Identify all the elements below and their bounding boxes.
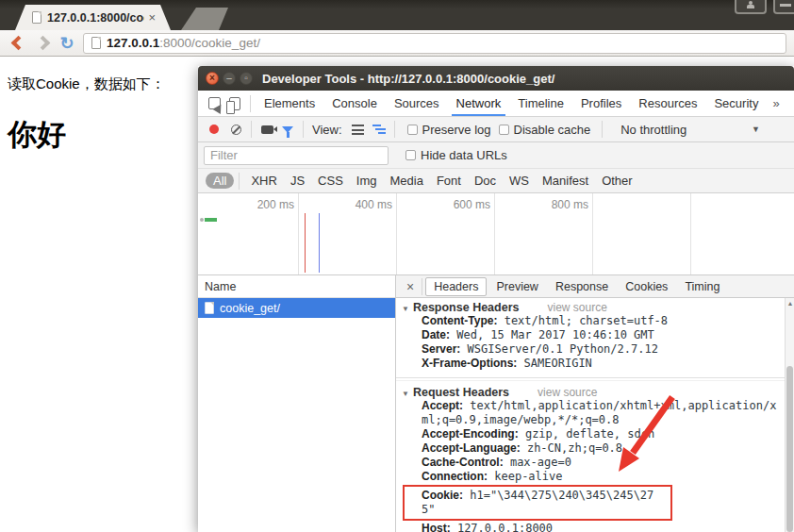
browser-toolbar: ↻ 127.0.0.1:8000/cookie_get/ xyxy=(0,30,794,57)
details-tab-headers[interactable]: Headers xyxy=(425,277,487,296)
reload-button[interactable]: ↻ xyxy=(55,33,79,54)
tab-elements[interactable]: Elements xyxy=(256,91,323,116)
load-event-marker xyxy=(305,213,306,273)
chevron-down-icon: ▼ xyxy=(752,125,760,134)
device-toolbar-button[interactable] xyxy=(224,95,245,112)
forward-icon xyxy=(35,36,50,51)
headers-content: ▼ Response Headers view source Content-T… xyxy=(396,298,785,532)
filter-chip-img[interactable]: Img xyxy=(350,173,384,189)
devtools-titlebar[interactable]: × – ▫ Developer Tools - http://127.0.0.1… xyxy=(198,66,794,91)
minimize-icon xyxy=(780,4,791,7)
separator xyxy=(250,95,251,112)
scroll-up-icon[interactable]: ▲ xyxy=(786,300,794,307)
request-headers-title[interactable]: Request Headers xyxy=(413,386,509,399)
url-path: :8000/cookie_get/ xyxy=(159,36,260,50)
disable-cache-label: Disable cache xyxy=(514,123,591,137)
browser-tab[interactable]: 127.0.0.1:8000/cook × xyxy=(15,5,171,30)
window-minimize-button[interactable]: – xyxy=(223,72,236,85)
back-button[interactable] xyxy=(6,33,30,54)
tab-security[interactable]: Security xyxy=(705,91,767,116)
filter-chip-manifest[interactable]: Manifest xyxy=(536,173,595,189)
tab-resources[interactable]: Resources xyxy=(630,91,705,116)
preserve-log-checkbox[interactable] xyxy=(407,125,418,135)
filter-input[interactable] xyxy=(204,146,389,165)
network-overview[interactable]: 200 ms 400 ms 600 ms 800 ms 1000 ms xyxy=(198,193,794,275)
waterfall-view-button[interactable] xyxy=(369,121,389,138)
filter-chip-ws[interactable]: WS xyxy=(503,173,536,189)
filter-chip-css[interactable]: CSS xyxy=(311,173,350,189)
header-entry: Accept-Language: zh-CN,zh;q=0.8 xyxy=(422,441,779,456)
inspect-cursor-icon xyxy=(208,97,221,109)
details-tab-response[interactable]: Response xyxy=(548,278,616,295)
tab-close-icon[interactable]: × xyxy=(148,11,156,24)
address-bar[interactable]: 127.0.0.1:8000/cookie_get/ xyxy=(83,33,786,54)
capture-screenshots-button[interactable] xyxy=(256,121,277,138)
filter-chip-other[interactable]: Other xyxy=(595,173,639,189)
resource-filter-chips: All XHR JS CSS Img Media Font Doc WS Man… xyxy=(198,169,794,193)
header-entry: Accept: text/html,application/xhtml+xml,… xyxy=(422,399,779,427)
request-headers-section: ▼ Request Headers view source Accept: te… xyxy=(396,383,785,532)
filter-chip-font[interactable]: Font xyxy=(430,173,468,189)
filter-chip-media[interactable]: Media xyxy=(383,173,429,189)
header-entry: Connection: keep-alive xyxy=(422,470,779,484)
filter-chip-all[interactable]: All xyxy=(206,173,234,189)
request-details-panel: × Headers Preview Response Cookies Timin… xyxy=(396,275,794,532)
disclosure-triangle-icon[interactable]: ▼ xyxy=(402,305,409,313)
record-button[interactable] xyxy=(209,125,219,134)
page-intro-text: 读取Cookie，数据如下： xyxy=(8,75,165,93)
list-view-button[interactable] xyxy=(348,121,369,138)
separator xyxy=(303,121,304,138)
window-maximize-button[interactable]: ▫ xyxy=(240,72,253,85)
devtools-main-tabs: Elements Console Sources Network Timelin… xyxy=(198,91,794,117)
details-tab-preview[interactable]: Preview xyxy=(488,278,545,295)
response-headers-title[interactable]: Response Headers xyxy=(413,301,520,314)
clear-button[interactable] xyxy=(225,121,246,138)
waterfall-icon xyxy=(372,125,386,135)
filter-chip-xhr[interactable]: XHR xyxy=(244,173,283,189)
inspect-element-button[interactable] xyxy=(204,95,224,112)
disable-cache-checkbox[interactable] xyxy=(499,125,509,135)
disclosure-triangle-icon[interactable]: ▼ xyxy=(402,390,409,398)
forward-button[interactable] xyxy=(30,33,55,54)
hide-data-urls-label: Hide data URLs xyxy=(421,148,507,162)
domcontentloaded-marker xyxy=(319,213,320,273)
header-entry: Accept-Encoding: gzip, deflate, sdch xyxy=(422,427,779,441)
view-label: View: xyxy=(312,123,342,137)
window-close-button[interactable]: × xyxy=(206,72,219,85)
tab-console[interactable]: Console xyxy=(323,91,386,116)
new-tab-button[interactable] xyxy=(181,8,228,30)
devtools-window: × – ▫ Developer Tools - http://127.0.0.1… xyxy=(198,66,794,532)
details-tab-timing[interactable]: Timing xyxy=(677,278,727,295)
device-icon xyxy=(229,97,240,110)
name-column-header[interactable]: Name xyxy=(198,275,395,298)
window-control-button[interactable] xyxy=(773,0,794,14)
devtools-menu-button[interactable]: ⋮ xyxy=(786,96,794,111)
throttling-dropdown[interactable]: No throttling ▼ xyxy=(620,123,786,137)
more-tabs-button[interactable]: » xyxy=(767,96,785,110)
browser-tab-bar: 127.0.0.1:8000/cook × xyxy=(0,0,794,30)
network-toolbar: View: Preserve log Disable cache No thro… xyxy=(198,117,794,142)
network-filter-row: Hide data URLs xyxy=(198,142,794,169)
tab-title: 127.0.0.1:8000/cook xyxy=(47,11,144,25)
hide-data-urls-checkbox[interactable] xyxy=(405,150,416,160)
tab-sources[interactable]: Sources xyxy=(386,91,448,116)
filter-toggle-button[interactable] xyxy=(277,121,298,138)
view-source-link[interactable]: view source xyxy=(547,301,606,314)
funnel-icon xyxy=(282,126,293,133)
filter-chip-js[interactable]: JS xyxy=(284,173,311,189)
header-entry: Server: WSGIServer/0.1 Python/2.7.12 xyxy=(422,342,779,357)
tab-network[interactable]: Network xyxy=(448,91,510,116)
close-details-icon[interactable]: × xyxy=(400,279,421,294)
tab-profiles[interactable]: Profiles xyxy=(572,91,630,116)
ruler-tick: 200 ms xyxy=(198,198,294,211)
tab-timeline[interactable]: Timeline xyxy=(509,91,572,116)
scrollbar[interactable]: ▲ xyxy=(785,298,794,532)
scrollbar-thumb[interactable] xyxy=(786,366,793,532)
person-icon xyxy=(747,1,754,8)
filter-chip-doc[interactable]: Doc xyxy=(468,173,503,189)
profile-avatar-button[interactable] xyxy=(735,0,767,14)
view-source-link[interactable]: view source xyxy=(538,386,597,399)
details-tab-cookies[interactable]: Cookies xyxy=(618,278,675,295)
devtools-window-title: Developer Tools - http://127.0.0.1:8000/… xyxy=(262,72,554,86)
request-row-selected[interactable]: cookie_get/ xyxy=(198,298,395,318)
